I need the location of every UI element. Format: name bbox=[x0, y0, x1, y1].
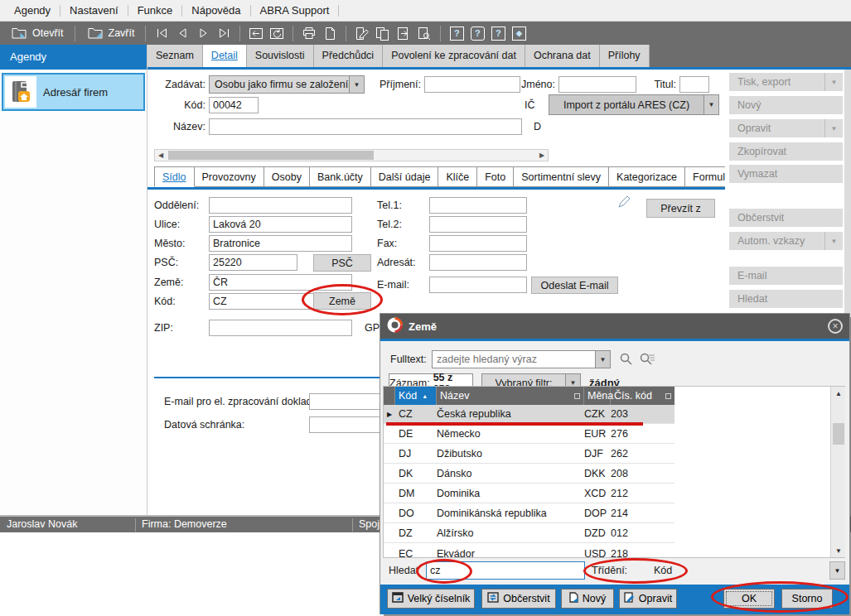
context-help-icon[interactable]: ? bbox=[468, 24, 486, 42]
odeslat-email-button[interactable]: Odeslat E-mail bbox=[531, 277, 618, 294]
email-input[interactable] bbox=[429, 277, 527, 293]
subtab-klice[interactable]: Klíče bbox=[438, 166, 477, 187]
search-icon[interactable] bbox=[619, 352, 634, 369]
vymazat-button[interactable]: Vymazat bbox=[729, 165, 843, 183]
table-row[interactable]: DKDánskoDKK208 bbox=[384, 464, 675, 484]
column-options-icon[interactable] bbox=[665, 393, 671, 399]
subtab-sortimentni-slevy[interactable]: Sortimentní slevy bbox=[514, 166, 609, 187]
tab-seznam[interactable]: Seznam bbox=[147, 45, 203, 67]
menu-nastaveni[interactable]: Nastavení bbox=[60, 0, 128, 21]
scroll-left-icon[interactable]: ◀ bbox=[155, 150, 167, 161]
dialog-obcerstvit-button[interactable]: Občerstvit bbox=[481, 589, 556, 609]
open-button[interactable]: Otevřít bbox=[6, 22, 68, 44]
chevron-down-icon[interactable]: ▼ bbox=[824, 232, 843, 250]
menu-agendy[interactable]: Agendy bbox=[5, 0, 60, 21]
nazev-input[interactable] bbox=[209, 118, 522, 135]
subtab-sidlo[interactable]: Sídlo bbox=[154, 166, 195, 187]
scroll-right-icon[interactable]: ▶ bbox=[536, 150, 548, 161]
opravit-button[interactable]: Opravit▼ bbox=[729, 119, 843, 137]
scroll-up-icon[interactable]: ▲ bbox=[831, 387, 846, 400]
fit-window-icon[interactable] bbox=[247, 24, 265, 42]
table-row[interactable]: ▶ CZČeská republikaCZK203 bbox=[384, 405, 675, 424]
horizontal-scrollbar[interactable]: ◀ ▶ bbox=[154, 149, 549, 161]
advanced-search-icon[interactable] bbox=[639, 352, 655, 369]
hledat-button[interactable]: Hledat bbox=[729, 290, 843, 308]
tab-souvislosti[interactable]: Souvislosti bbox=[247, 45, 314, 67]
document-audit-icon[interactable] bbox=[415, 24, 433, 42]
ok-button[interactable]: OK bbox=[723, 589, 775, 609]
column-header-mena[interactable]: Měna bbox=[584, 387, 611, 405]
tab-detail[interactable]: Detail bbox=[203, 45, 247, 67]
nav-prev-icon[interactable] bbox=[173, 24, 191, 42]
print-icon[interactable] bbox=[300, 24, 318, 42]
adresat-input[interactable] bbox=[429, 254, 527, 271]
zip-input[interactable] bbox=[209, 320, 352, 336]
edit-document-icon[interactable] bbox=[353, 24, 371, 42]
zadavat-select[interactable]: Osobu jako firmu se založením osoby ▼ bbox=[209, 75, 365, 94]
column-header-kod[interactable]: Kód▲ bbox=[395, 387, 437, 405]
zkopirovat-button[interactable]: Zkopírovat bbox=[729, 142, 843, 161]
refresh-window-icon[interactable] bbox=[268, 24, 286, 42]
table-row[interactable]: DZAlžírskoDZD012 bbox=[384, 524, 675, 543]
nav-last-icon[interactable] bbox=[215, 24, 233, 42]
table-row[interactable]: DENěmeckoEUR276 bbox=[384, 425, 675, 444]
column-options-icon[interactable] bbox=[574, 393, 580, 399]
subtab-bank-ucty[interactable]: Bank.účty bbox=[310, 166, 371, 187]
tab-povoleni[interactable]: Povolení ke zpracování dat bbox=[383, 45, 525, 67]
ares-import-button[interactable]: Import z portálu ARES (CZ) ▼ bbox=[549, 94, 719, 115]
menu-funkce[interactable]: Funkce bbox=[128, 0, 182, 21]
table-row[interactable]: DMDominikaXCD212 bbox=[384, 484, 675, 503]
scrollbar-thumb[interactable] bbox=[833, 423, 844, 445]
ulice-input[interactable] bbox=[209, 216, 352, 233]
psc-button[interactable]: PSČ bbox=[313, 254, 371, 272]
titul-input[interactable] bbox=[679, 76, 709, 93]
transfer-document-icon[interactable] bbox=[394, 24, 413, 42]
column-header-nazev[interactable]: Název bbox=[437, 387, 584, 405]
nav-first-icon[interactable] bbox=[152, 24, 171, 42]
jmeno-input[interactable] bbox=[558, 76, 636, 93]
table-row[interactable]: DJDžibutskoDJF262 bbox=[384, 445, 675, 464]
storno-button[interactable]: Storno bbox=[781, 589, 833, 609]
prijmeni-input[interactable] bbox=[424, 76, 520, 93]
prevzit-z-button[interactable]: Převzít z bbox=[646, 199, 715, 218]
hledat-input[interactable] bbox=[426, 561, 585, 580]
close-icon[interactable]: × bbox=[828, 319, 843, 334]
subtab-osoby[interactable]: Osoby bbox=[264, 166, 310, 187]
subtab-foto[interactable]: Foto bbox=[477, 166, 514, 187]
tel1-input[interactable] bbox=[429, 197, 527, 214]
scroll-down-icon[interactable]: ▼ bbox=[831, 544, 846, 557]
chevron-down-icon[interactable]: ▼ bbox=[595, 351, 610, 368]
sidebar-item-adresar-firem[interactable]: Adresář firem bbox=[2, 73, 145, 111]
novy-button[interactable]: Nový bbox=[729, 96, 843, 114]
email-button[interactable]: E-mail bbox=[729, 267, 843, 285]
kod-input[interactable] bbox=[209, 97, 259, 113]
fulltext-input[interactable] bbox=[433, 351, 595, 368]
about-icon[interactable]: ◆ bbox=[510, 24, 528, 42]
menu-napoveda[interactable]: Nápověda bbox=[182, 0, 249, 21]
mesto-input[interactable] bbox=[209, 235, 352, 252]
autom-vzkazy-button[interactable]: Autom. vzkazy▼ bbox=[729, 232, 843, 250]
close-button[interactable]: Zavřít bbox=[82, 22, 139, 44]
tisk-export-button[interactable]: Tisk, export▼ bbox=[729, 73, 843, 91]
scrollbar-thumb[interactable] bbox=[168, 151, 374, 160]
velky-ciselnik-button[interactable]: Velký číselník bbox=[387, 589, 475, 609]
new-document-icon[interactable] bbox=[321, 24, 339, 42]
tab-ochrana-dat[interactable]: Ochrana dat bbox=[525, 45, 600, 67]
dialog-novy-button[interactable]: Nový bbox=[561, 589, 614, 609]
zeme-input[interactable] bbox=[209, 274, 352, 291]
fax-input[interactable] bbox=[429, 235, 527, 252]
subtab-dalsi-udaje[interactable]: Další údaje bbox=[371, 166, 439, 187]
chevron-down-icon[interactable]: ▼ bbox=[824, 73, 843, 91]
tab-prilohy[interactable]: Přílohy bbox=[600, 45, 650, 67]
fulltext-combo[interactable]: ▼ bbox=[432, 350, 611, 368]
copy-document-icon[interactable] bbox=[374, 24, 392, 42]
dialog-titlebar[interactable]: Země × bbox=[380, 314, 849, 339]
obcerstvit-button[interactable]: Občerstvit bbox=[729, 209, 843, 227]
help-topics-icon[interactable]: ? bbox=[489, 24, 507, 42]
oddeleni-input[interactable] bbox=[209, 197, 352, 214]
table-vertical-scrollbar[interactable]: ▲ ▼ bbox=[830, 387, 845, 557]
zeme-button[interactable]: Země bbox=[313, 292, 371, 310]
help-icon[interactable]: ? bbox=[447, 24, 466, 42]
trideni-dropdown-button[interactable]: ▼ bbox=[829, 561, 845, 580]
subtab-kategorizace[interactable]: Kategorizace bbox=[609, 166, 685, 187]
